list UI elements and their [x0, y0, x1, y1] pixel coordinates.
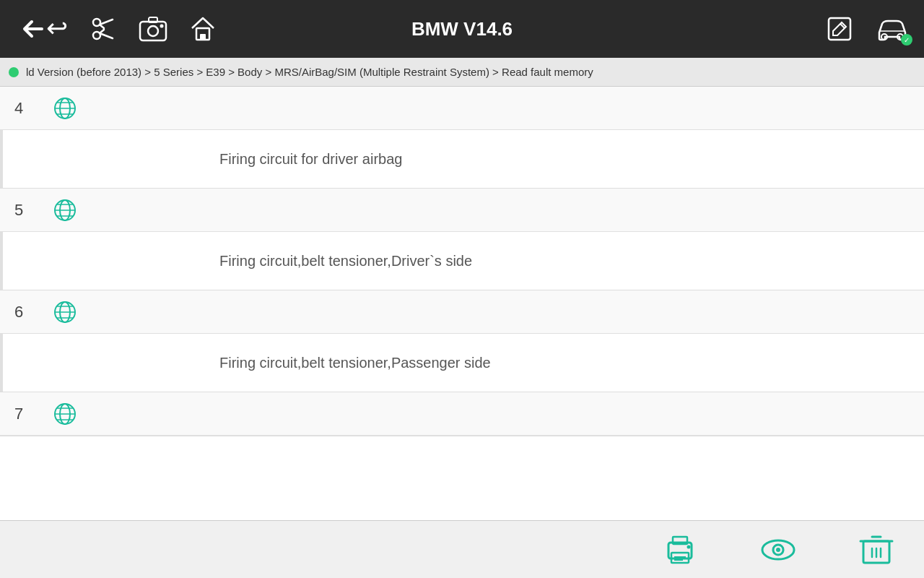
- svg-point-7: [148, 26, 158, 36]
- eye-button[interactable]: [757, 531, 800, 569]
- fault-list: 4 Firing circuit for driver airbag 5: [0, 87, 924, 549]
- fault-number-row-7: 7: [0, 392, 924, 436]
- fault-number-6: 6: [14, 303, 36, 322]
- fault-number-4: 4: [14, 99, 36, 118]
- toolbar-right: ✓: [826, 15, 910, 43]
- fault-number-row-4: 4: [0, 87, 924, 130]
- car-check-badge: ✓: [901, 34, 912, 46]
- breadcrumb-text: ld Version (before 2013) > 5 Series > E3…: [26, 66, 593, 78]
- svg-line-3: [100, 33, 113, 38]
- toolbar-left: ↩: [14, 13, 217, 45]
- svg-point-42: [687, 545, 691, 548]
- fault-number-5: 5: [14, 201, 36, 220]
- svg-point-9: [160, 25, 164, 28]
- fault-description-5: Firing circuit,belt tensioner,Driver`s s…: [46, 253, 472, 269]
- fault-number-7: 7: [14, 405, 36, 423]
- toolbar: ↩: [0, 0, 924, 58]
- fault-number-row-6: 6: [0, 290, 924, 334]
- edit-button[interactable]: [826, 15, 853, 43]
- car-status-button[interactable]: ✓: [875, 15, 910, 43]
- svg-rect-12: [829, 18, 850, 40]
- fault-description-6: Firing circuit,belt tensioner,Passenger …: [46, 355, 491, 371]
- toolbar-title: BMW V14.6: [411, 18, 513, 40]
- fault-item-5: 5 Firing circuit,belt tensioner,Driver`s…: [0, 189, 924, 290]
- svg-line-4: [100, 25, 104, 28]
- breadcrumb-bar: ld Version (before 2013) > 5 Series > E3…: [0, 58, 924, 87]
- svg-line-5: [100, 30, 104, 33]
- home-button[interactable]: [189, 15, 217, 43]
- svg-rect-11: [200, 34, 206, 40]
- globe-icon-7: [51, 400, 79, 428]
- fault-number-row-5: 5: [0, 189, 924, 232]
- fault-description-row-5: Firing circuit,belt tensioner,Driver`s s…: [0, 232, 924, 290]
- fault-description-row-4: Firing circuit for driver airbag: [0, 130, 924, 188]
- print-button[interactable]: [661, 531, 699, 569]
- clear-button[interactable]: [858, 531, 895, 569]
- globe-icon-5: [51, 196, 79, 225]
- globe-icon-4: [51, 94, 79, 123]
- globe-icon-6: [51, 298, 79, 327]
- back-button[interactable]: ↩: [14, 13, 68, 45]
- fault-item-6: 6 Firing circuit,belt tensioner,Passenge…: [0, 290, 924, 392]
- fault-description-row-6: Firing circuit,belt tensioner,Passenger …: [0, 334, 924, 392]
- fault-item-4: 4 Firing circuit for driver airbag: [0, 87, 924, 189]
- bottom-toolbar: [0, 520, 924, 578]
- scissors-button[interactable]: [90, 15, 117, 43]
- fault-description-4: Firing circuit for driver airbag: [46, 151, 402, 168]
- camera-button[interactable]: [139, 16, 167, 42]
- svg-line-2: [100, 20, 113, 25]
- svg-point-45: [776, 548, 780, 552]
- connection-status-dot: [9, 67, 19, 77]
- fault-item-7: 7: [0, 392, 924, 436]
